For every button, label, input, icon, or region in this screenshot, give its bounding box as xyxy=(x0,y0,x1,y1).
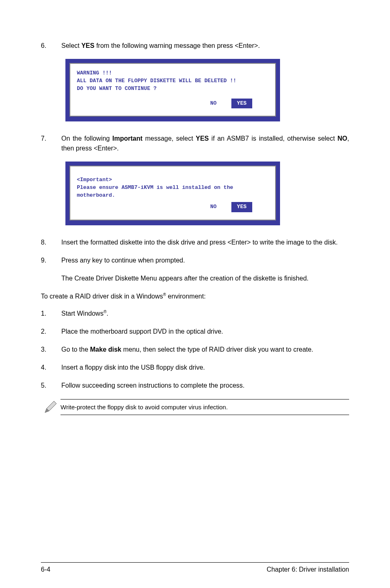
win-step-1-a: Start Windows xyxy=(61,310,103,317)
warning-dialog-outer: WARNING !!! ALL DATA ON THE FLOPPY DISKE… xyxy=(65,59,280,121)
pencil-icon xyxy=(41,399,61,415)
win-step-2-text: Place the motherboard support DVD in the… xyxy=(61,327,349,337)
win-step-2-number: 2. xyxy=(41,327,61,337)
important-dialog-outer: <Important> Please ensure ASMB7-iKVM is … xyxy=(65,162,280,225)
win-step-5: 5. Follow succeeding screen instructions… xyxy=(41,381,349,391)
warning-dialog: WARNING !!! ALL DATA ON THE FLOPPY DISKE… xyxy=(69,63,276,117)
windows-intro-a: To create a RAID driver disk in a Window… xyxy=(41,293,163,300)
important-line-3: motherboard. xyxy=(77,192,269,200)
windows-intro: To create a RAID driver disk in a Window… xyxy=(41,292,349,301)
step-6-yes-bold: YES xyxy=(81,42,94,49)
win-step-2: 2. Place the motherboard support DVD in … xyxy=(41,327,349,337)
win-step-1: 1. Start Windows®. xyxy=(41,309,349,319)
win-step-3-text: Go to the Make disk menu, then select th… xyxy=(61,345,349,355)
windows-intro-b: environment: xyxy=(166,293,206,300)
step-7-yes-bold: YES xyxy=(196,135,209,142)
important-dialog-wrap: <Important> Please ensure ASMB7-iKVM is … xyxy=(65,162,280,225)
step-7: 7. On the following Important message, s… xyxy=(41,134,349,153)
step-7-important-bold: Important xyxy=(112,135,143,142)
warning-line-3: DO YOU WANT TO CONTINUE ? xyxy=(77,85,269,93)
win-step-1-number: 1. xyxy=(41,309,61,319)
step-6: 6. Select YES from the following warning… xyxy=(41,41,349,51)
step-6-number: 6. xyxy=(41,41,61,51)
step-8-number: 8. xyxy=(41,238,61,247)
step-6-text: Select YES from the following warning me… xyxy=(61,41,349,51)
win-step-5-number: 5. xyxy=(41,381,61,391)
win-step-5-text: Follow succeeding screen instructions to… xyxy=(61,381,349,391)
footer-page-number: 6-4 xyxy=(41,566,50,573)
important-line-2: Please ensure ASMB7-iKVM is well install… xyxy=(77,184,269,192)
win-step-3-a: Go to the xyxy=(61,346,90,353)
warning-line-2: ALL DATA ON THE FLOPPY DISKETTE WILL BE … xyxy=(77,77,269,85)
win-step-1-sup: ® xyxy=(103,310,106,314)
win-step-4: 4. Insert a floppy disk into the USB flo… xyxy=(41,363,349,373)
win-step-4-text: Insert a floppy disk into the USB floppy… xyxy=(61,363,349,373)
warning-dialog-wrap: WARNING !!! ALL DATA ON THE FLOPPY DISKE… xyxy=(65,59,280,121)
step-7-number: 7. xyxy=(41,134,61,153)
warning-line-1: WARNING !!! xyxy=(77,70,269,77)
important-line-1: <Important> xyxy=(77,176,269,184)
important-yes-button[interactable]: YES xyxy=(231,202,252,212)
step-9: 9. Press any key to continue when prompt… xyxy=(41,256,349,265)
note-box: Write-protect the floppy disk to avoid c… xyxy=(41,399,349,415)
win-step-4-number: 4. xyxy=(41,363,61,373)
page-footer: 6-4 Chapter 6: Driver installation xyxy=(41,562,349,573)
step-9-after: The Create Driver Diskette Menu appears … xyxy=(61,274,349,283)
step-9-number: 9. xyxy=(41,256,61,265)
step-8-text: Insert the formatted diskette into the d… xyxy=(61,238,349,247)
step-7-text-c: if an ASMB7 is installed, otherwise sele… xyxy=(209,135,338,142)
warning-button-row: NO YES xyxy=(77,99,269,109)
win-step-1-text: Start Windows®. xyxy=(61,309,349,319)
step-6-text-b: from the following warning message then … xyxy=(94,42,260,49)
step-9-text: Press any key to continue when prompted. xyxy=(61,256,349,265)
step-7-text: On the following Important message, sele… xyxy=(61,134,349,153)
win-step-1-b: . xyxy=(107,310,108,317)
win-step-3: 3. Go to the Make disk menu, then select… xyxy=(41,345,349,355)
important-button-row: NO YES xyxy=(77,202,269,212)
step-7-text-b: message, select xyxy=(143,135,196,142)
important-no-button[interactable]: NO xyxy=(206,202,221,212)
step-7-no-bold: NO xyxy=(338,135,347,142)
footer-chapter: Chapter 6: Driver installation xyxy=(267,566,349,573)
important-dialog: <Important> Please ensure ASMB7-iKVM is … xyxy=(69,166,276,220)
note-text: Write-protect the floppy disk to avoid c… xyxy=(61,399,349,415)
step-8: 8. Insert the formatted diskette into th… xyxy=(41,238,349,247)
warning-yes-button[interactable]: YES xyxy=(231,99,252,109)
warning-no-button[interactable]: NO xyxy=(206,99,221,109)
step-7-text-a: On the following xyxy=(61,135,112,142)
win-step-3-b: menu, then select the type of RAID drive… xyxy=(121,346,314,353)
win-step-3-number: 3. xyxy=(41,345,61,355)
step-6-text-a: Select xyxy=(61,42,81,49)
win-step-3-bold: Make disk xyxy=(90,346,121,353)
